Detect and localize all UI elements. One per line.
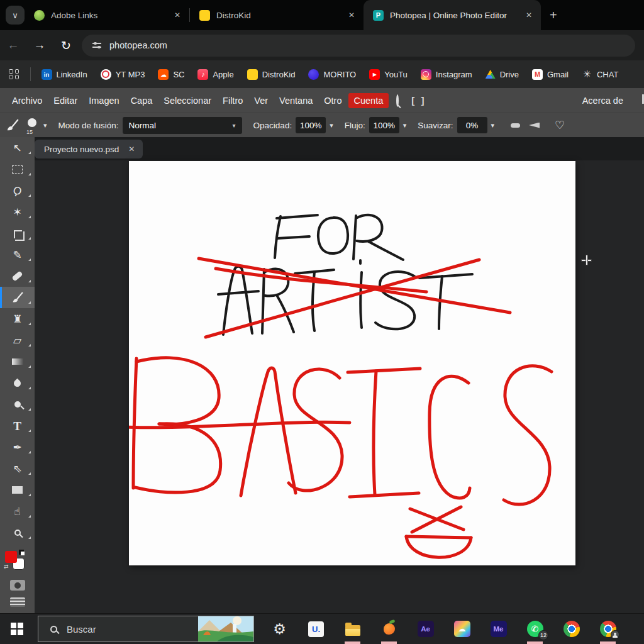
close-tab-icon[interactable]: ✕: [346, 9, 357, 21]
taskbar-chrome-profile[interactable]: [599, 621, 616, 638]
foreground-color-swatch[interactable]: [5, 551, 17, 563]
bookmark-soundcloud[interactable]: ☁SC: [158, 69, 184, 80]
menu-capa[interactable]: Capa: [125, 93, 158, 108]
tool-lasso[interactable]: Ϙ: [0, 180, 35, 201]
opacity-caret-icon[interactable]: ▾: [330, 121, 333, 130]
start-button-icon[interactable]: [11, 623, 23, 635]
menu-acerca-de[interactable]: Acerca de: [577, 93, 629, 108]
tool-eyedropper[interactable]: ✎: [0, 244, 35, 265]
opacity-value[interactable]: 100%: [296, 117, 326, 133]
close-tab-icon[interactable]: ✕: [172, 9, 183, 21]
blend-mode-select[interactable]: Normal ▾: [123, 117, 242, 134]
taskbar-creative-cloud[interactable]: ☁: [453, 621, 470, 638]
bookmark-instagram[interactable]: Instagram: [421, 69, 472, 80]
bookmark-apple[interactable]: ♪Apple: [197, 69, 233, 80]
tool-move[interactable]: ↖: [0, 137, 35, 158]
smoothing-caret-icon[interactable]: ▾: [491, 121, 495, 130]
taskbar-u-app[interactable]: U.: [308, 621, 325, 638]
close-tab-icon[interactable]: ✕: [523, 9, 535, 21]
taskbar-after-effects[interactable]: Ae: [417, 621, 434, 638]
bookmark-yt-mp3[interactable]: YT MP3: [101, 69, 145, 80]
tool-magic-wand[interactable]: ✶: [0, 201, 35, 223]
tool-gradient[interactable]: [0, 351, 35, 372]
menu-seleccionar[interactable]: Seleccionar: [158, 93, 217, 108]
menu-archivo[interactable]: Archivo: [6, 93, 48, 108]
taskbar-media-encoder[interactable]: Me: [490, 621, 507, 638]
tab-title: DistroKid: [216, 11, 346, 20]
taskbar-settings[interactable]: ⚙: [271, 621, 288, 638]
menu-cuenta[interactable]: Cuenta: [348, 93, 389, 108]
bookmark-gmail[interactable]: MGmail: [532, 69, 569, 80]
taskbar-search-box[interactable]: Buscar: [38, 616, 254, 642]
bookmark-youtube[interactable]: ▶YouTu: [369, 69, 408, 80]
menu-imagen[interactable]: Imagen: [83, 93, 125, 108]
flow-caret-icon[interactable]: ▾: [403, 121, 407, 130]
site-settings-icon[interactable]: [92, 42, 101, 49]
taskbar-file-explorer[interactable]: [344, 621, 361, 638]
new-tab-button[interactable]: +: [550, 8, 557, 23]
tab-title: Photopea | Online Photo Editor: [390, 11, 523, 20]
tool-dodge[interactable]: [0, 394, 35, 415]
search-icon: [50, 626, 57, 633]
smoothing-value[interactable]: 0%: [457, 117, 487, 133]
brush-tip-circle: [28, 118, 36, 127]
browser-tab-photopea[interactable]: P Photopea | Online Photo Editor ✕: [364, 0, 541, 30]
taskbar-fl-studio[interactable]: [380, 621, 397, 638]
tool-eraser[interactable]: ▱: [0, 330, 35, 351]
bookmark-morito[interactable]: MORITO: [308, 69, 356, 80]
reload-button[interactable]: ↻: [53, 38, 79, 53]
rectangle-icon: [12, 486, 23, 494]
brush-tip-preview[interactable]: 15: [25, 115, 40, 135]
back-button[interactable]: ←: [0, 38, 26, 52]
fullscreen-button[interactable]: [ ]: [411, 95, 426, 106]
tool-path-select[interactable]: ⇖: [0, 458, 35, 479]
bookmark-chatgpt[interactable]: ✳CHAT: [582, 69, 618, 80]
bookmark-linkedin[interactable]: inLinkedIn: [42, 69, 87, 80]
tool-zoom[interactable]: [0, 522, 35, 543]
default-colors-icon[interactable]: [19, 550, 24, 555]
flow-value[interactable]: 100%: [369, 117, 399, 133]
tool-clone-stamp[interactable]: ♜: [0, 308, 35, 330]
quick-mask-button[interactable]: [10, 580, 25, 591]
tool-rectangle[interactable]: [0, 479, 35, 501]
tool-brush[interactable]: [0, 287, 35, 308]
bookmark-drive[interactable]: Drive: [486, 70, 519, 79]
tool-marquee-select[interactable]: [0, 158, 35, 180]
document-tab[interactable]: Proyecto nuevo.psd ✕: [35, 140, 143, 158]
tab-search-chevron-icon[interactable]: ∨: [6, 6, 25, 25]
forward-button[interactable]: →: [26, 38, 53, 52]
brush-caret-icon[interactable]: ▾: [43, 121, 47, 130]
droplet-icon: [13, 378, 23, 388]
heart-icon[interactable]: ♡: [555, 118, 565, 132]
tool-hand[interactable]: ☝: [0, 501, 35, 522]
color-swatches[interactable]: ⇄: [5, 550, 26, 572]
stroke-taper-icon[interactable]: [529, 123, 540, 128]
tool-blur[interactable]: [0, 372, 35, 394]
swap-colors-icon[interactable]: ⇄: [4, 564, 9, 570]
tool-pen[interactable]: ✒: [0, 436, 35, 458]
screen-mode-button[interactable]: [10, 597, 25, 607]
stroke-preview-icon[interactable]: [511, 123, 520, 128]
taskbar-chrome[interactable]: [563, 621, 580, 638]
menu-ver[interactable]: Ver: [248, 93, 274, 108]
menu-filtro[interactable]: Filtro: [217, 93, 248, 108]
tool-type[interactable]: T: [0, 415, 35, 436]
close-document-icon[interactable]: ✕: [128, 145, 135, 153]
search-highlight-image[interactable]: [198, 616, 253, 641]
menu-otro[interactable]: Otro: [318, 93, 347, 108]
menu-editar[interactable]: Editar: [48, 93, 83, 108]
browser-tab-adobe-links[interactable]: Adobe Links ✕: [25, 0, 189, 30]
bookmark-distrokid[interactable]: DistroKid: [247, 69, 296, 80]
browser-tab-distrokid[interactable]: DistroKid ✕: [190, 0, 364, 30]
url-text: photopea.com: [109, 40, 167, 50]
menu-ventana[interactable]: Ventana: [274, 93, 318, 108]
crosshair-cursor: [582, 255, 591, 265]
tool-crop[interactable]: [0, 223, 35, 244]
canvas[interactable]: [129, 161, 575, 565]
menu-search-button[interactable]: [394, 93, 401, 108]
address-bar[interactable]: photopea.com: [82, 35, 635, 57]
tool-spot-heal[interactable]: [0, 265, 35, 287]
apps-grid-icon[interactable]: [9, 69, 19, 79]
adobe-links-favicon: [34, 10, 45, 21]
taskbar-whatsapp[interactable]: ✆ 12: [526, 621, 543, 638]
